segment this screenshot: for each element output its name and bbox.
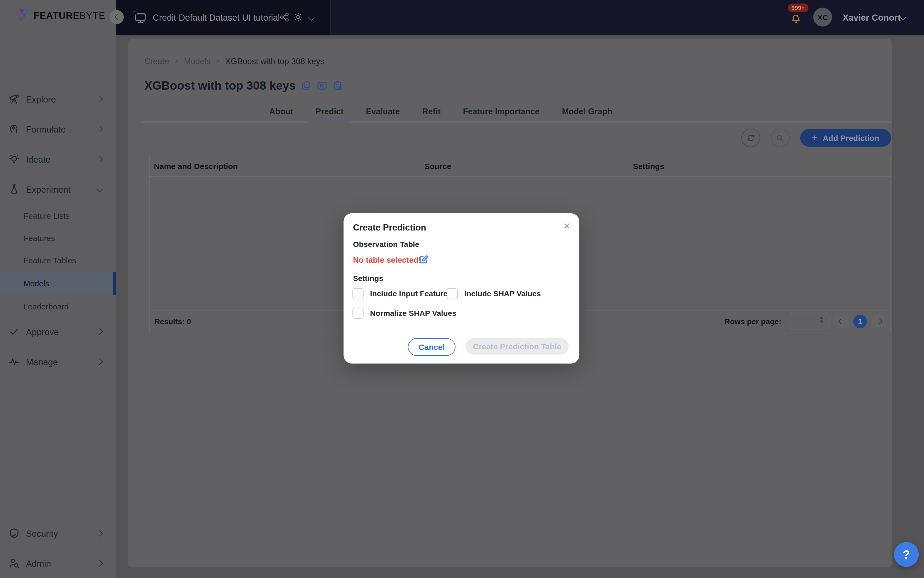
create-prediction-table-button[interactable]: Create Prediction Table [465,338,569,354]
project-title[interactable]: Credit Default Dataset UI tutorial [152,12,280,22]
monitor-icon: ✓ [134,11,147,24]
sidebar-item-formulate[interactable]: Formulate [0,120,116,138]
rows-per-page-select[interactable] [789,313,828,329]
close-icon[interactable]: ✕ [563,221,571,232]
cancel-button[interactable]: Cancel [408,338,456,356]
history-clipboard-icon[interactable] [332,80,344,91]
sidebar-item-features[interactable]: Features [0,228,116,248]
avatar[interactable]: XC [813,8,832,26]
tab-about[interactable]: About [262,104,300,122]
search-button[interactable] [770,128,789,147]
sidebar-item-leaderboard[interactable]: Leaderboard [0,296,116,317]
include-input-features-checkbox[interactable] [352,288,363,299]
sidebar-item-manage[interactable]: Manage [0,352,116,371]
checkbox-row-include-shap-values: Include SHAP Values [447,288,541,299]
tab-evaluate[interactable]: Evaluate [359,104,407,122]
chevron-right-icon [96,560,103,567]
page-title: XGBoost with top 308 keys [144,79,296,93]
gear-icon[interactable] [293,12,304,23]
sidebar-divider [0,523,116,523]
sidebar-item-ideate[interactable]: Ideate [0,150,116,169]
chevron-right-icon [96,156,103,162]
breadcrumb-separator: > [174,57,178,65]
copy-icon[interactable] [300,80,312,91]
sidebar-item-experiment[interactable]: Experiment [0,180,116,198]
chevron-right-icon [96,328,103,335]
help-button[interactable]: ? [894,542,919,567]
sidebar-collapse-button[interactable] [110,10,124,24]
column-header-settings[interactable]: Settings [629,162,664,170]
sidebar-item-admin[interactable]: Admin [0,554,116,573]
sidebar-item-feature-tables[interactable]: Feature Tables [0,250,116,271]
observation-table-label: Observation Table [353,240,419,249]
breadcrumb-current: XGBoost with top 308 keys [225,57,324,66]
results-count: Results: 0 [154,317,191,325]
create-prediction-modal: Create Prediction ✕ Observation Table No… [344,213,580,364]
logo-mark-icon [14,8,31,24]
tab-feature-importance[interactable]: Feature Importance [456,104,546,122]
breadcrumb-separator: > [216,57,220,65]
sidebar-item-feature-lists[interactable]: Feature Lists [0,206,116,226]
rows-per-page-label: Rows per page: [725,317,781,325]
plus-icon: + [812,133,817,143]
user-name[interactable]: Xavier Conort [843,12,901,22]
tab-predict[interactable]: Predict [308,104,351,122]
svg-text:ID: ID [320,84,324,88]
featurebyte-logo: FEATUREBYTE [14,8,105,24]
tabs-baseline [141,121,891,122]
notification-badge[interactable]: 999+ [788,3,808,12]
lightbulb-icon [8,153,20,165]
table-header: Name and Description Source Settings [150,156,890,177]
bell-icon[interactable] [789,11,802,24]
breadcrumb-models[interactable]: Models [184,57,210,66]
refresh-button[interactable] [741,128,760,147]
id-icon[interactable]: ID [316,80,327,91]
column-header-name[interactable]: Name and Description [150,162,420,170]
previous-page-button[interactable] [833,313,849,329]
checkbox-row-normalize-shap-values: Normalize SHAP Values [352,307,456,319]
chevron-up-icon [820,317,823,319]
chevron-right-icon [876,318,882,324]
chevron-left-icon [114,14,121,20]
top-bar: ✓ Credit Default Dataset UI tutorial 999… [0,0,924,36]
no-table-selected-text: No table selected! [353,256,421,265]
edit-icon[interactable] [418,254,429,265]
search-icon [776,133,785,142]
checkbox-row-include-input-features: Include Input Features [352,288,452,299]
share-icon[interactable] [279,12,290,23]
chevron-right-icon [96,359,103,365]
pagination: Rows per page: 1 [725,313,887,329]
sidebar-item-models[interactable]: Models [0,272,116,295]
normalize-shap-values-checkbox[interactable] [352,307,363,319]
column-header-source[interactable]: Source [420,162,629,170]
head-gear-icon [8,123,20,135]
tab-model-graph[interactable]: Model Graph [555,104,619,122]
selected-indicator-bar [113,272,116,295]
tabs-wrapper: About Predict Evaluate Refit Feature Imp… [262,104,619,122]
sidebar-item-explore[interactable]: Explore [0,89,116,109]
breadcrumb-create[interactable]: Create [144,57,169,66]
refresh-icon [746,133,755,143]
shield-check-icon [8,527,20,539]
pulse-icon [8,356,20,368]
page-title-row: XGBoost with top 308 keys ID [144,79,344,93]
stepper-icons [820,317,823,323]
check-icon [8,326,20,338]
current-page-indicator[interactable]: 1 [853,314,867,328]
sidebar-item-approve[interactable]: Approve [0,322,116,341]
chevron-right-icon [96,126,103,132]
sidebar: FEATUREBYTE Explore Formulate Idea [0,0,116,578]
sidebar-item-security[interactable]: Security [0,524,116,542]
tab-refit[interactable]: Refit [415,104,447,122]
include-shap-values-checkbox[interactable] [447,288,458,299]
next-page-button[interactable] [872,313,887,329]
chevron-right-icon [96,530,103,537]
modal-title: Create Prediction [353,222,426,232]
settings-label: Settings [353,274,383,283]
app-root: ✓ Credit Default Dataset UI tutorial 999… [0,0,924,578]
user-search-icon [8,557,20,569]
topbar-divider [330,0,331,36]
logo-text: FEATUREBYTE [34,11,105,21]
breadcrumb: Create > Models > XGBoost with top 308 k… [144,57,324,66]
add-prediction-button[interactable]: + Add Prediction [800,129,891,147]
